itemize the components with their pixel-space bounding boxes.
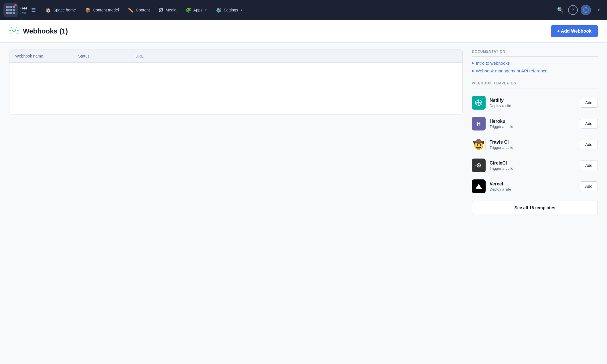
- settings-icon: ⚙️: [216, 7, 222, 13]
- bullet-icon: [472, 62, 474, 64]
- col-url: URL: [135, 54, 457, 58]
- col-status: Status: [78, 54, 135, 58]
- nav-label-apps: Apps: [193, 8, 202, 12]
- circleci-info: CircleCI Trigger a build: [490, 161, 576, 171]
- top-navigation: Free Blog ☰ 🏠 Space home 📦 Content model…: [0, 0, 607, 20]
- bullet-icon: [472, 70, 474, 72]
- netlify-info: Netlify Deploy a site: [490, 98, 576, 108]
- intro-webhooks-link[interactable]: Intro to webhooks: [472, 61, 598, 66]
- nav-item-media[interactable]: 🖼 Media: [155, 5, 180, 15]
- documentation-title: DOCUMENTATION: [472, 50, 598, 57]
- nav-item-content[interactable]: ✏️ Content: [124, 5, 154, 15]
- webhooks-gear-icon: [9, 25, 19, 37]
- nav-item-space-home[interactable]: 🏠 Space home: [42, 5, 80, 15]
- user-chevron-icon[interactable]: ▾: [594, 5, 604, 15]
- nav-item-content-model[interactable]: 📦 Content model: [81, 5, 123, 15]
- travis-logo: 🤠: [472, 138, 486, 151]
- netlify-name: Netlify: [490, 98, 576, 103]
- hamburger-icon[interactable]: ☰: [31, 7, 36, 13]
- template-travis: 🤠 Travis CI Trigger a build Add: [472, 134, 598, 155]
- vercel-desc: Deploy a site: [490, 187, 576, 191]
- space-blog: Blog: [19, 11, 27, 14]
- help-button[interactable]: ?: [568, 5, 578, 15]
- media-icon: 🖼: [159, 7, 163, 13]
- main-layout: Webhook name Status URL DOCUMENTATION In…: [0, 43, 607, 364]
- table-body: [9, 63, 462, 114]
- vercel-logo: [472, 179, 486, 193]
- nav-item-settings[interactable]: ⚙️ Settings ▾: [212, 5, 247, 15]
- heroku-info: Heroku Trigger a build: [490, 119, 576, 129]
- webhooks-table: Webhook name Status URL: [9, 50, 463, 114]
- heroku-add-button[interactable]: Add: [580, 119, 598, 128]
- heroku-desc: Trigger a build: [490, 124, 576, 129]
- col-webhook-name: Webhook name: [15, 54, 78, 58]
- nav-label-settings: Settings: [224, 8, 238, 12]
- circleci-logo: [472, 159, 486, 172]
- travis-desc: Trigger a build: [490, 145, 576, 150]
- nav-label-space-home: Space home: [53, 8, 76, 12]
- heroku-name: Heroku: [490, 119, 576, 124]
- api-reference-link[interactable]: Webhook management API reference: [472, 68, 598, 73]
- templates-title: WEBHOOK TEMPLATES: [472, 81, 598, 88]
- settings-chevron-icon: ▾: [241, 8, 243, 12]
- right-sidebar: DOCUMENTATION Intro to webhooks Webhook …: [472, 50, 598, 363]
- circleci-add-button[interactable]: Add: [580, 161, 598, 170]
- netlify-desc: Deploy a site: [490, 104, 576, 108]
- template-heroku: H Heroku Trigger a build Add: [472, 113, 598, 134]
- template-circleci: CircleCI Trigger a build Add: [472, 155, 598, 176]
- nav-items: 🏠 Space home 📦 Content model ✏️ Content …: [42, 5, 555, 15]
- netlify-logo: [472, 96, 486, 110]
- vercel-info: Vercel Deploy a site: [490, 181, 576, 191]
- home-icon: 🏠: [46, 7, 51, 13]
- nav-label-content: Content: [136, 8, 150, 12]
- nav-label-media: Media: [165, 8, 176, 12]
- avatar[interactable]: [581, 5, 591, 15]
- content-icon: ✏️: [128, 7, 134, 13]
- see-all-templates-button[interactable]: See all 18 templates: [472, 201, 598, 214]
- template-vercel: Vercel Deploy a site Add: [472, 176, 598, 197]
- circleci-name: CircleCI: [490, 161, 576, 166]
- vercel-add-button[interactable]: Add: [580, 181, 598, 191]
- circleci-desc: Trigger a build: [490, 166, 576, 171]
- svg-text:H: H: [477, 121, 481, 127]
- search-button[interactable]: 🔍: [555, 5, 565, 15]
- netlify-add-button[interactable]: Add: [580, 98, 598, 108]
- page-header: Webhooks (1) + Add Webhook: [0, 20, 607, 43]
- travis-info: Travis CI Trigger a build: [490, 140, 576, 150]
- table-header: Webhook name Status URL: [9, 50, 462, 63]
- space-name: Free: [19, 6, 27, 11]
- nav-item-apps[interactable]: 🧩 Apps ▾: [182, 5, 211, 15]
- templates-section: WEBHOOK TEMPLATES Netlify Deploy a sit: [472, 81, 598, 214]
- nav-label-content-model: Content model: [93, 8, 119, 12]
- add-webhook-button[interactable]: + Add Webhook: [551, 25, 598, 37]
- apps-chevron-icon: ▾: [205, 8, 207, 12]
- page-header-left: Webhooks (1): [9, 25, 68, 37]
- svg-point-15: [478, 165, 480, 166]
- svg-point-16: [475, 165, 476, 166]
- heroku-logo: H: [472, 117, 486, 130]
- travis-add-button[interactable]: Add: [580, 140, 598, 149]
- app-logo[interactable]: [3, 3, 18, 17]
- vercel-name: Vercel: [490, 181, 576, 187]
- documentation-section: DOCUMENTATION Intro to webhooks Webhook …: [472, 50, 598, 73]
- apps-icon: 🧩: [186, 7, 191, 13]
- nav-right-actions: 🔍 ? ▾: [555, 5, 604, 15]
- travis-name: Travis CI: [490, 140, 576, 145]
- template-netlify: Netlify Deploy a site Add: [472, 92, 598, 113]
- content-model-icon: 📦: [85, 7, 91, 13]
- space-info: Free Blog: [19, 6, 27, 14]
- page-title: Webhooks (1): [23, 27, 68, 35]
